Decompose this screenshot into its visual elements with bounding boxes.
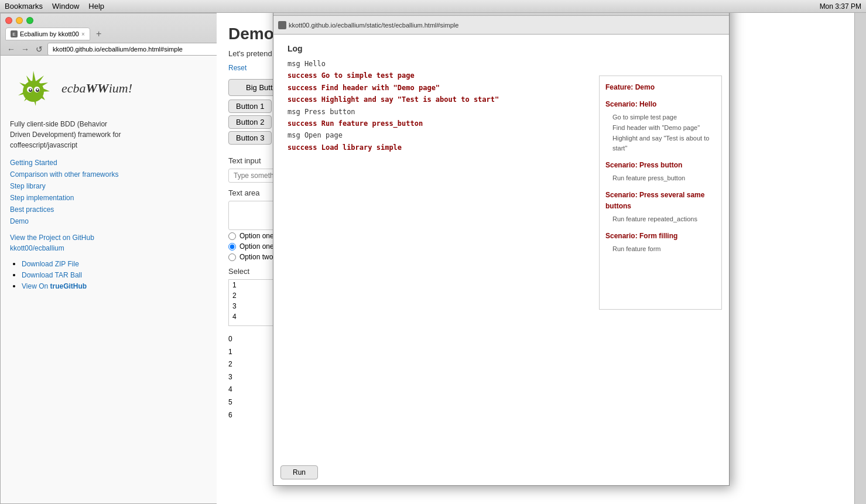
logo-image — [10, 65, 57, 112]
scenario-0-step-0: Go to simple test page — [605, 112, 716, 123]
popup-content: Log msg Hello success Go to simple test … — [273, 35, 729, 485]
radio-label-1: Option one — [239, 232, 274, 240]
minimize-button[interactable] — [16, 17, 23, 24]
button-2[interactable]: Button 2 — [228, 115, 272, 129]
menubar: Bookmarks Window Help Mon 3:37 PM — [0, 0, 866, 13]
scenario-0-step-1: Find header with "Demo page" — [605, 123, 716, 133]
svg-point-7 — [37, 89, 39, 91]
radio-label-2: Option one — [239, 242, 274, 251]
forward-button[interactable]: → — [19, 43, 31, 55]
popup-address-bar: kkott00.github.io/ecballium/static/test/… — [273, 16, 729, 35]
button-3[interactable]: Button 3 — [228, 131, 272, 145]
new-tab-button[interactable]: + — [93, 28, 105, 40]
scenario-2-step-0: Run feature repeated_actions — [605, 214, 716, 225]
radio-input-1[interactable] — [228, 232, 236, 240]
menubar-right: Mon 3:37 PM — [820, 0, 861, 13]
tab-label: Ecballium by kkott00 — [20, 30, 79, 37]
popup-window: Ecballium by kkott00 ⤡ kkott00.github.io… — [273, 0, 730, 486]
radio-input-2[interactable] — [228, 243, 236, 251]
svg-point-6 — [30, 89, 32, 91]
back-button[interactable]: ← — [5, 43, 17, 55]
scenario-0-step-2: Highlight and say "Test is about to star… — [605, 133, 716, 154]
download-zip-link[interactable]: Download ZIP File — [22, 260, 79, 268]
button-1[interactable]: Button 1 — [228, 100, 272, 113]
radio-input-3[interactable] — [228, 253, 236, 261]
refresh-button[interactable]: ↺ — [33, 43, 45, 55]
menubar-bookmarks[interactable]: Bookmarks — [5, 2, 43, 11]
tab-close-icon[interactable]: × — [81, 31, 85, 37]
download-tar-link[interactable]: Download TAR Ball — [22, 271, 82, 279]
run-button[interactable]: Run — [280, 465, 318, 479]
scenario-3-title: Scenario: Form filling — [605, 231, 716, 242]
svg-marker-1 — [18, 71, 50, 106]
site-description: Fully client-side BDD (Behavior Driven D… — [10, 119, 127, 150]
log-header: Log — [280, 39, 722, 56]
popup-favicon-icon — [278, 21, 286, 29]
browser-tab[interactable]: E Ecballium by kkott00 × — [5, 28, 90, 40]
feature-panel: Feature: Demo Scenario: Hello Go to simp… — [599, 76, 722, 310]
menubar-time: Mon 3:37 PM — [820, 2, 861, 11]
log-line-0: msg Hello — [287, 58, 715, 70]
close-button[interactable] — [5, 17, 12, 24]
run-button-area: Run — [273, 460, 729, 485]
radio-label-3: Option two — [239, 253, 273, 261]
menubar-window[interactable]: Window — [52, 2, 79, 11]
right-strip — [854, 13, 866, 504]
scenario-1-step-0: Run feature press_button — [605, 173, 716, 184]
popup-url-display: kkott00.github.io/ecballium/static/test/… — [289, 22, 724, 29]
scenario-2-title: Scenario: Press several same buttons — [605, 190, 716, 212]
site-title: ecbaWWium! — [61, 81, 132, 96]
favicon-icon: E — [11, 30, 18, 37]
feature-title: Feature: Demo — [605, 82, 716, 93]
maximize-button[interactable] — [26, 17, 33, 24]
scenario-3-step-0: Run feature form — [605, 244, 716, 255]
menubar-help[interactable]: Help — [88, 2, 104, 11]
view-github-link[interactable]: View On trueGitHub — [22, 282, 87, 290]
scenario-0-title: Scenario: Hello — [605, 99, 716, 110]
menubar-items: Bookmarks Window Help — [5, 2, 104, 11]
scenario-1-title: Scenario: Press button — [605, 160, 716, 171]
